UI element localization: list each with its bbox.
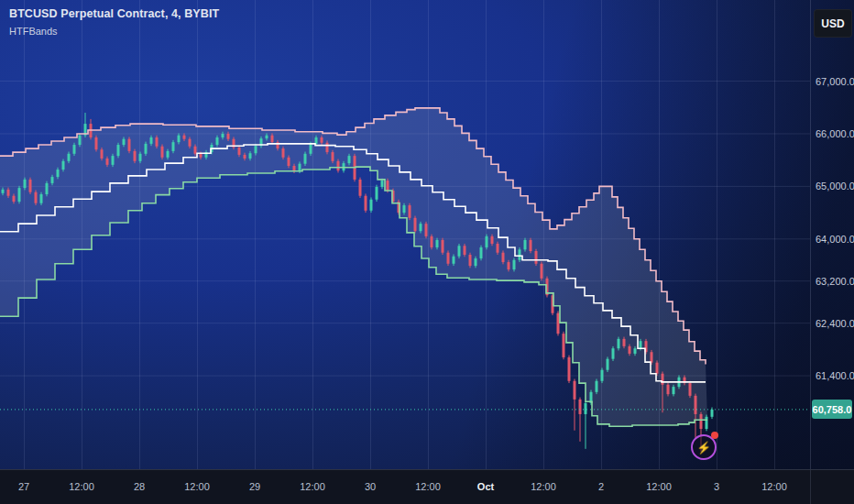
candle-body: [491, 236, 494, 244]
candle-body: [95, 137, 98, 149]
candle-body: [128, 139, 131, 151]
candle-body: [310, 144, 312, 154]
candle-body: [387, 181, 389, 191]
candle-body: [508, 262, 510, 269]
candle-body: [563, 334, 565, 357]
candle-body: [475, 258, 477, 266]
candle-body: [161, 147, 164, 158]
time-axis-label: 3: [714, 481, 719, 492]
time-axis-label: 12:00: [761, 481, 787, 492]
time-axis-label: 12:00: [646, 481, 672, 492]
candle-body: [673, 387, 675, 394]
candle-body: [585, 403, 587, 414]
candle-body: [24, 180, 27, 188]
time-axis-label: 30: [365, 481, 376, 492]
candle-body: [293, 166, 296, 171]
candle-body: [222, 134, 224, 137]
time-axis-label: 12:00: [300, 481, 325, 492]
candle-body: [249, 153, 252, 159]
candle-body: [612, 348, 615, 358]
candle-body: [123, 139, 126, 145]
candle-body: [337, 161, 340, 170]
candle-body: [266, 136, 268, 138]
candle-body: [117, 145, 120, 156]
candle-body: [271, 136, 274, 142]
price-axis-label: 61,400.0: [816, 370, 854, 381]
candle-body: [51, 177, 54, 183]
candle-body: [73, 145, 76, 154]
candle-body: [458, 246, 461, 256]
candle-body: [326, 143, 329, 152]
candle-body: [370, 200, 373, 211]
candle-body: [409, 205, 411, 218]
price-axis-label: 63,200.0: [816, 276, 854, 287]
candle-body: [62, 161, 65, 170]
candle-body: [442, 240, 444, 253]
candle-body: [453, 257, 455, 264]
candle-body: [480, 247, 483, 258]
candle-body: [464, 246, 466, 255]
chart-plot-area[interactable]: [0, 0, 810, 469]
candle-body: [156, 137, 159, 147]
candle-body: [255, 146, 257, 153]
candle-body: [524, 240, 527, 249]
axis-corner-separator: [810, 470, 811, 504]
time-axis-label: 28: [134, 481, 145, 492]
candle-body: [607, 359, 609, 370]
candle-body: [601, 370, 604, 381]
candle-body: [304, 154, 307, 164]
candle-body: [667, 385, 670, 394]
chart-canvas[interactable]: [0, 0, 810, 469]
time-axis-label: 12:00: [69, 481, 94, 492]
candle-body: [513, 260, 516, 269]
price-axis-label: 66,000.0: [816, 128, 854, 139]
candle-body: [695, 396, 697, 414]
indicator-label[interactable]: HTFBands: [9, 26, 219, 37]
time-axis-label: Oct: [477, 481, 494, 492]
candle-body: [634, 348, 637, 354]
candle-body: [68, 154, 71, 161]
candle-body: [200, 154, 203, 158]
candle-body: [35, 192, 38, 203]
candle-body: [414, 218, 417, 231]
candle-body: [40, 194, 43, 203]
candle-body: [321, 137, 323, 143]
time-axis-label: 27: [18, 481, 29, 492]
price-axis[interactable]: 60,758.0 67,000.066,000.065,000.064,000.…: [810, 0, 854, 469]
time-axis-label: 2: [598, 481, 604, 492]
publisher-logo[interactable]: ⚡: [691, 434, 717, 460]
candle-body: [167, 151, 170, 158]
candle-body: [46, 183, 49, 194]
candle-body: [299, 164, 301, 171]
candle-body: [348, 156, 351, 163]
candle-body: [596, 381, 598, 392]
candle-body: [315, 137, 318, 144]
candle-body: [2, 190, 5, 193]
price-axis-label: 65,000.0: [816, 181, 854, 192]
candle-body: [662, 374, 664, 385]
candle-body: [227, 134, 230, 139]
time-axis[interactable]: 2712:002812:002912:003012:00Oct12:00212:…: [0, 469, 854, 504]
candle-body: [178, 136, 181, 142]
candle-body: [425, 224, 428, 236]
time-axis-label: 12:00: [531, 481, 556, 492]
candle-body: [79, 136, 82, 145]
candle-body: [640, 341, 642, 348]
symbol-title[interactable]: BTCUSD Perpetual Contract, 4, BYBIT: [9, 7, 219, 20]
candle-body: [139, 154, 142, 161]
candle-body: [183, 136, 186, 139]
candle-body: [376, 187, 378, 200]
candle-body: [651, 352, 653, 362]
candle-body: [332, 152, 334, 161]
candle-body: [579, 400, 582, 414]
candle-body: [7, 190, 10, 196]
candle-body: [194, 147, 197, 154]
candle-body: [101, 149, 104, 159]
candle-body: [436, 240, 439, 247]
candle-body: [497, 244, 499, 253]
candle-body: [420, 224, 422, 231]
candle-body: [689, 383, 692, 396]
candle-body: [112, 156, 115, 165]
price-axis-label: 64,000.0: [816, 234, 854, 245]
candle-body: [706, 417, 708, 429]
